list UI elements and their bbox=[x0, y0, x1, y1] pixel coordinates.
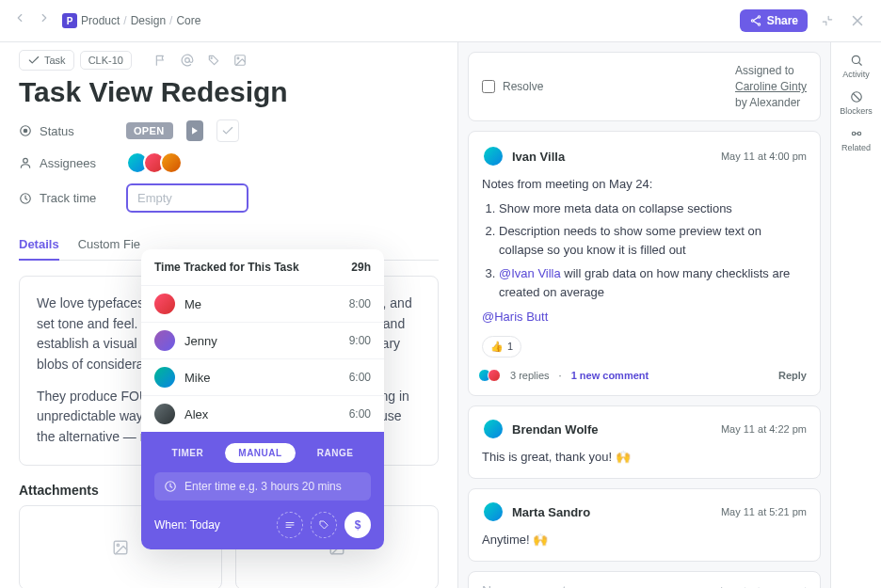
comment-text: Notes from meeting on May 24: bbox=[482, 175, 807, 194]
workspace-icon: P bbox=[62, 13, 77, 28]
avatar bbox=[482, 145, 505, 167]
comment-card: Marta SandroMay 11 at 5:21 pm Anytime! 🙌 bbox=[468, 488, 821, 562]
comment-author[interactable]: Marta Sandro bbox=[512, 505, 590, 519]
resolve-checkbox[interactable] bbox=[482, 80, 495, 93]
breadcrumb-item[interactable]: Design bbox=[131, 14, 166, 27]
assignees-label: Assignees bbox=[19, 156, 113, 170]
minimize-icon[interactable] bbox=[817, 10, 838, 31]
track-time-label: Track time bbox=[19, 191, 113, 205]
assigned-to-text: Assigned to Caroline Ginty by Alexander bbox=[735, 64, 807, 109]
comment-text: This is great, thank you! 🙌 bbox=[482, 448, 807, 467]
time-entry-input[interactable]: Enter time e.g. 3 hours 20 mins bbox=[154, 472, 371, 501]
time-tracked-popover: Time Tracked for This Task29h Me8:00 Jen… bbox=[141, 249, 384, 549]
avatar bbox=[482, 501, 505, 523]
breadcrumb[interactable]: P Product/ Design/ Core bbox=[62, 13, 200, 28]
svg-marker-13 bbox=[192, 127, 198, 135]
svg-point-17 bbox=[117, 544, 119, 546]
task-pane: Task CLK-10 Task View Redesign Status OP… bbox=[0, 42, 457, 588]
svg-point-12 bbox=[24, 129, 27, 133]
time-row[interactable]: Jenny9:00 bbox=[141, 322, 384, 358]
close-icon[interactable] bbox=[847, 10, 868, 31]
reply-button[interactable]: Reply bbox=[778, 370, 807, 381]
tab-custom-fields[interactable]: Custom Fie bbox=[78, 230, 140, 260]
note-icon[interactable] bbox=[277, 512, 303, 538]
assignee-avatars[interactable] bbox=[126, 151, 183, 174]
svg-point-10 bbox=[237, 57, 239, 59]
nav-forward-icon[interactable] bbox=[38, 11, 56, 30]
track-time-input[interactable]: Empty bbox=[126, 183, 248, 213]
breadcrumb-item[interactable]: Product bbox=[81, 14, 120, 27]
new-comment-link[interactable]: 1 new comment bbox=[571, 370, 649, 381]
rail-related[interactable]: Related bbox=[831, 121, 881, 158]
right-rail: Activity Blockers Related bbox=[830, 42, 881, 588]
comment-text: @Ivan Villa will grab data on how many c… bbox=[499, 264, 807, 302]
svg-line-4 bbox=[753, 22, 758, 24]
new-comment-input[interactable]: New comment cmd + enter to comment bbox=[468, 571, 821, 588]
image-icon[interactable] bbox=[230, 50, 250, 71]
status-next-button[interactable] bbox=[186, 120, 203, 141]
reaction-button[interactable]: 👍1 bbox=[482, 336, 521, 358]
seg-timer[interactable]: TIMER bbox=[159, 443, 217, 463]
comment-text: Description needs to show some preview t… bbox=[499, 222, 807, 260]
activity-pane: Resolve Assigned to Caroline Ginty by Al… bbox=[457, 42, 830, 588]
comment-time: May 11 at 4:00 pm bbox=[721, 151, 807, 162]
status-pill[interactable]: OPEN bbox=[126, 122, 173, 139]
time-mode-segment[interactable]: TIMER MANUAL RANGE bbox=[154, 443, 371, 463]
share-button[interactable]: Share bbox=[740, 9, 808, 32]
task-type-pill[interactable]: Task bbox=[19, 50, 74, 71]
avatar bbox=[482, 418, 505, 440]
svg-point-7 bbox=[185, 58, 190, 63]
mention-icon[interactable] bbox=[177, 50, 198, 71]
comment-time: May 11 at 4:22 pm bbox=[721, 423, 807, 435]
popover-title: Time Tracked for This Task bbox=[154, 261, 299, 274]
status-label: Status bbox=[19, 124, 113, 138]
nav-back-icon[interactable] bbox=[13, 11, 32, 30]
billable-button[interactable]: $ bbox=[344, 512, 371, 538]
comment-card: Ivan VillaMay 11 at 4:00 pm Notes from m… bbox=[468, 131, 821, 396]
seg-range[interactable]: RANGE bbox=[304, 443, 367, 463]
when-label[interactable]: When: Today bbox=[154, 518, 220, 532]
breadcrumb-item[interactable]: Core bbox=[176, 14, 200, 27]
svg-point-14 bbox=[24, 158, 28, 163]
reply-avatars bbox=[482, 369, 501, 382]
svg-line-3 bbox=[753, 18, 758, 21]
time-row[interactable]: Mike6:00 bbox=[141, 358, 384, 395]
task-id-pill[interactable]: CLK-10 bbox=[80, 51, 132, 70]
mention[interactable]: @Ivan Villa bbox=[499, 266, 561, 280]
comment-time: May 11 at 5:21 pm bbox=[721, 506, 807, 517]
topbar: P Product/ Design/ Core Share bbox=[0, 0, 881, 42]
rail-activity[interactable]: Activity bbox=[831, 48, 881, 85]
svg-point-8 bbox=[211, 57, 212, 58]
mention[interactable]: @Haris Butt bbox=[482, 308, 807, 326]
time-row[interactable]: Me8:00 bbox=[141, 285, 384, 322]
complete-checkbox[interactable] bbox=[216, 119, 239, 142]
popover-total: 29h bbox=[351, 261, 371, 274]
time-row[interactable]: Alex6:00 bbox=[141, 395, 384, 432]
comment-text: Show more meta data on collapse sections bbox=[499, 199, 807, 218]
comment-author[interactable]: Ivan Villa bbox=[512, 150, 565, 164]
svg-line-27 bbox=[853, 94, 859, 101]
replies-count[interactable]: 3 replies bbox=[510, 370, 550, 381]
seg-manual[interactable]: MANUAL bbox=[225, 443, 295, 463]
resolve-bar: Resolve Assigned to Caroline Ginty by Al… bbox=[468, 52, 821, 121]
tag-icon[interactable] bbox=[311, 512, 337, 538]
page-title[interactable]: Task View Redesign bbox=[19, 76, 439, 108]
tab-details[interactable]: Details bbox=[19, 230, 59, 261]
comment-author[interactable]: Brendan Wolfe bbox=[512, 422, 599, 437]
svg-line-25 bbox=[858, 62, 861, 65]
comment-text: Anytime! 🙌 bbox=[482, 531, 807, 549]
tag-icon[interactable] bbox=[203, 50, 224, 71]
rail-blockers[interactable]: Blockers bbox=[831, 85, 881, 121]
resolve-label: Resolve bbox=[503, 80, 543, 93]
flag-icon[interactable] bbox=[151, 50, 171, 71]
comment-card: Brendan WolfeMay 11 at 4:22 pm This is g… bbox=[468, 405, 821, 479]
